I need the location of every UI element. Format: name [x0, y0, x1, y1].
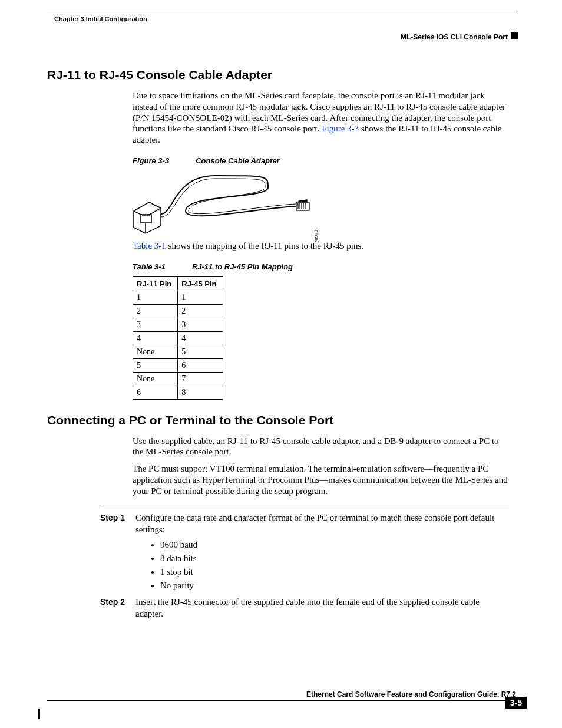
- cell: 2: [178, 304, 223, 318]
- paragraph: Use the supplied cable, an RJ-11 to RJ-4…: [133, 436, 509, 458]
- settings-list: 9600 baud 8 data bits 1 stop bit No pari…: [135, 540, 509, 591]
- page-footer: Ethernet Card Software Feature and Confi…: [47, 690, 527, 710]
- cell: 2: [133, 304, 178, 318]
- cell: 8: [178, 386, 223, 400]
- list-item: 1 stop bit: [160, 567, 509, 577]
- page-number: 3-5: [505, 697, 527, 709]
- cell: 1: [133, 291, 178, 304]
- list-item: No parity: [160, 581, 509, 591]
- pin-mapping-table: RJ-11 Pin RJ-45 Pin 11 22 33 44 None5 56…: [133, 276, 223, 400]
- section-heading-adapter: RJ-11 to RJ-45 Console Cable Adapter: [47, 68, 527, 82]
- cell: None: [133, 345, 178, 358]
- step-body: Configure the data rate and character fo…: [135, 512, 509, 535]
- table-row: 56: [133, 358, 223, 372]
- table-header: RJ-45 Pin: [178, 276, 223, 291]
- table-header: RJ-11 Pin: [133, 276, 178, 291]
- figure-cable-adapter: 78970: [133, 170, 315, 235]
- section-heading-connecting: Connecting a PC or Terminal to the Conso…: [47, 413, 527, 427]
- cable-adapter-icon: [133, 170, 315, 235]
- header-block-icon: [511, 32, 518, 39]
- cell: 6: [133, 386, 178, 400]
- cell: 5: [133, 358, 178, 372]
- paragraph: Table 3-1 shows the mapping of the RJ-11…: [133, 241, 509, 252]
- header-rule: [47, 12, 518, 12]
- table-link[interactable]: Table 3-1: [133, 241, 166, 251]
- table-row: 22: [133, 304, 223, 318]
- step-1: Step 1 Configure the data rate and chara…: [100, 512, 509, 535]
- table-caption: Table 3-1 RJ-11 to RJ-45 Pin Mapping: [133, 262, 509, 271]
- step-body: Insert the RJ-45 connector of the suppli…: [135, 597, 509, 620]
- paragraph: Due to space limitations on the ML-Serie…: [133, 90, 509, 146]
- footer-rule: [47, 700, 510, 701]
- cell: 6: [178, 358, 223, 372]
- footer-mark-icon: [38, 709, 40, 719]
- list-item: 9600 baud: [160, 540, 509, 550]
- table-number: Table 3-1: [133, 262, 166, 271]
- cell: 1: [178, 291, 223, 304]
- footer-title: Ethernet Card Software Feature and Confi…: [47, 690, 527, 699]
- step-2: Step 2 Insert the RJ-45 connector of the…: [100, 597, 509, 620]
- table-row: None7: [133, 372, 223, 386]
- figure-number: Figure 3-3: [133, 156, 169, 165]
- step-label: Step 1: [100, 512, 135, 535]
- header-chapter: Chapter 3 Initial Configuration: [54, 15, 147, 22]
- svg-marker-9: [299, 200, 307, 202]
- figure-id: 78970: [313, 230, 319, 243]
- cell: 5: [178, 345, 223, 358]
- figure-link[interactable]: Figure 3-3: [322, 124, 359, 133]
- cell: 4: [178, 331, 223, 345]
- figure-title: Console Cable Adapter: [196, 156, 280, 165]
- table-row: 33: [133, 318, 223, 331]
- table-title: RJ-11 to RJ-45 Pin Mapping: [192, 262, 293, 271]
- cell: 3: [133, 318, 178, 331]
- cell: None: [133, 372, 178, 386]
- cell: 3: [178, 318, 223, 331]
- paragraph: The PC must support VT100 terminal emula…: [133, 463, 509, 496]
- figure-caption: Figure 3-3 Console Cable Adapter: [133, 156, 509, 165]
- text: shows the mapping of the RJ-11 pins to t…: [166, 241, 363, 251]
- table-row: 44: [133, 331, 223, 345]
- table-row: None5: [133, 345, 223, 358]
- step-label: Step 2: [100, 597, 135, 620]
- list-item: 8 data bits: [160, 554, 509, 564]
- header-section: ML-Series IOS CLI Console Port: [401, 33, 508, 41]
- table-row: 68: [133, 386, 223, 400]
- steps-divider: [100, 505, 509, 505]
- table-row: 11: [133, 291, 223, 304]
- cell: 7: [178, 372, 223, 386]
- cell: 4: [133, 331, 178, 345]
